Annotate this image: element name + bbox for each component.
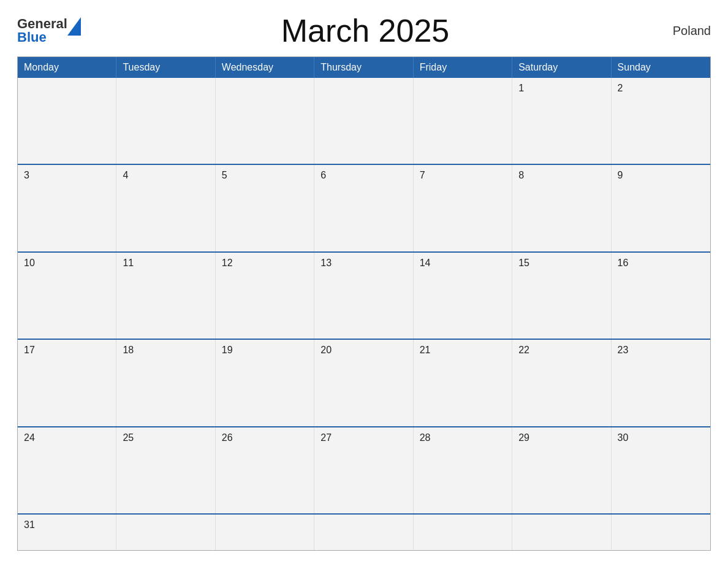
day-cell [18,78,116,164]
week-row-5: 24 25 26 27 28 29 30 [18,426,710,513]
day-cell-21: 21 [414,340,512,426]
day-number: 21 [420,345,431,355]
day-cell [414,78,512,164]
week-row-6: 31 [18,513,710,550]
day-number: 16 [618,258,629,268]
day-cell-31: 31 [18,515,116,550]
week-row-2: 3 4 5 6 7 8 9 [18,164,710,251]
week-row-4: 17 18 19 20 21 22 23 [18,339,710,426]
day-cell [612,515,710,550]
day-cell [116,78,215,164]
day-cell-14: 14 [414,253,512,339]
day-number: 2 [618,83,623,93]
day-number: 14 [420,258,431,268]
day-number: 20 [320,345,332,355]
day-cell-1: 1 [512,78,611,164]
day-number: 28 [420,432,431,443]
day-cell [314,78,413,164]
day-number: 24 [24,432,35,443]
day-number: 19 [222,345,233,355]
day-cell-26: 26 [216,427,314,513]
logo: General Blue [17,17,81,44]
day-number: 1 [518,83,524,93]
day-number: 5 [222,170,227,180]
day-number: 8 [518,170,524,180]
day-cell-15: 15 [512,253,611,339]
day-cell-16: 16 [612,253,710,339]
day-number: 13 [320,258,332,268]
day-cell-22: 22 [512,340,611,426]
header-tuesday: Tuesday [116,57,215,78]
svg-marker-0 [67,17,81,36]
day-cell-10: 10 [18,253,116,339]
day-number: 3 [24,170,29,180]
day-headers: Monday Tuesday Wednesday Thursday Friday… [18,57,710,78]
day-number: 22 [518,345,529,355]
day-cell-19: 19 [216,340,314,426]
day-number: 12 [222,258,233,268]
day-cell [512,515,611,550]
day-cell-20: 20 [314,340,413,426]
day-cell-13: 13 [314,253,413,339]
week-row-1: 1 2 [18,78,710,164]
calendar-title: March 2025 [81,12,650,49]
day-number: 17 [24,345,35,355]
day-number: 6 [320,170,326,180]
day-number: 18 [123,345,134,355]
day-number: 29 [518,432,529,443]
day-cell-7: 7 [414,165,512,251]
day-cell-5: 5 [216,165,314,251]
day-number: 9 [618,170,623,180]
day-number: 4 [123,170,128,180]
header-wednesday: Wednesday [216,57,314,78]
day-cell-9: 9 [612,165,710,251]
day-number: 25 [123,432,134,443]
header: General Blue March 2025 Poland [17,12,711,49]
day-cell-27: 27 [314,427,413,513]
day-cell-12: 12 [216,253,314,339]
day-cell [216,515,314,550]
day-number: 26 [222,432,233,443]
day-cell-2: 2 [612,78,710,164]
header-saturday: Saturday [512,57,611,78]
day-cell [116,515,215,550]
day-cell-17: 17 [18,340,116,426]
logo-general-text: General [17,17,67,31]
header-friday: Friday [414,57,512,78]
day-cell [314,515,413,550]
day-cell-28: 28 [414,427,512,513]
logo-textblock: General Blue [17,17,67,44]
country-label: Poland [650,24,711,38]
day-number: 10 [24,258,35,268]
day-cell-3: 3 [18,165,116,251]
day-number: 23 [618,345,629,355]
day-cell-29: 29 [512,427,611,513]
day-number: 15 [518,258,529,268]
header-sunday: Sunday [612,57,710,78]
day-cell [414,515,512,550]
day-cell-25: 25 [116,427,215,513]
day-cell [216,78,314,164]
day-number: 31 [24,519,35,530]
day-cell-30: 30 [612,427,710,513]
day-number: 7 [420,170,425,180]
calendar: Monday Tuesday Wednesday Thursday Friday… [17,56,711,551]
header-monday: Monday [18,57,116,78]
week-row-3: 10 11 12 13 14 15 16 [18,251,710,339]
page: General Blue March 2025 Poland Monday Tu… [0,0,728,563]
day-number: 11 [123,258,134,268]
day-cell-23: 23 [612,340,710,426]
logo-blue-text: Blue [17,31,67,44]
day-number: 30 [618,432,629,443]
day-cell-8: 8 [512,165,611,251]
day-number: 27 [320,432,332,443]
logo-icon [67,17,81,37]
day-cell-4: 4 [116,165,215,251]
logo-triangle-icon [67,17,81,36]
day-cell-11: 11 [116,253,215,339]
day-cell-24: 24 [18,427,116,513]
day-cell-18: 18 [116,340,215,426]
day-cell-6: 6 [314,165,413,251]
header-thursday: Thursday [314,57,413,78]
calendar-weeks: 1 2 3 4 5 6 7 8 9 10 11 12 13 14 15 [18,78,710,550]
